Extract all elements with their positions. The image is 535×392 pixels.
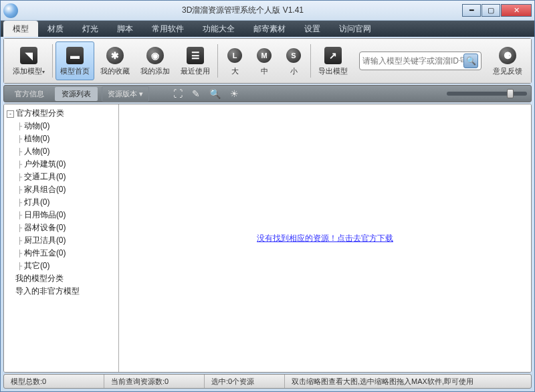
tab-functions[interactable]: 功能大全 <box>193 21 244 37</box>
content-area: 没有找到相应的资源！点击去官方下载 <box>119 104 531 372</box>
tab-software[interactable]: 常用软件 <box>142 21 193 37</box>
subtab-official[interactable]: 官方信息 <box>8 87 51 101</box>
recent-icon: ☰ <box>186 46 205 65</box>
globe-icon: ◉ <box>146 46 165 65</box>
tab-material[interactable]: 材质 <box>38 21 73 37</box>
export-label: 导出模型 <box>318 66 348 76</box>
size-small-label: 小 <box>290 66 298 76</box>
tab-mail[interactable]: 邮寄素材 <box>244 21 295 37</box>
tree-item[interactable]: 日用饰品(0) <box>5 209 117 221</box>
subtab-resource-list[interactable]: 资源列表 <box>55 87 98 101</box>
medium-icon: M <box>255 46 274 65</box>
tree-item[interactable]: 家具组合(0) <box>5 183 117 196</box>
model-home-button[interactable]: ▬ 模型首页 <box>56 41 94 80</box>
size-small-button[interactable]: S 小 <box>280 41 308 80</box>
maximize-button[interactable]: ▢ <box>481 4 500 17</box>
tree-item[interactable]: 其它(0) <box>5 260 117 272</box>
window-title: 3D溜溜资源管理系统个人版 V1.41 <box>23 5 462 16</box>
tab-script[interactable]: 脚本 <box>108 21 142 37</box>
recent-label: 最近使用 <box>181 66 210 76</box>
zoom-icon[interactable]: 🔍 <box>207 88 223 99</box>
titlebar: 3D溜溜资源管理系统个人版 V1.41 ━ ▢ ✕ <box>1 1 534 21</box>
subtoolbar: 官方信息 资源列表 资源版本 ▾ ⛶ ✎ 🔍 ☀ <box>3 85 532 102</box>
status-selected: 选中:0个资源 <box>205 375 285 388</box>
status-total: 模型总数:0 <box>4 375 104 388</box>
tree-item[interactable]: 户外建筑(0) <box>5 158 117 171</box>
tree-item[interactable]: 灯具(0) <box>5 196 117 209</box>
recent-button[interactable]: ☰ 最近使用 <box>176 41 215 80</box>
tree-item[interactable]: 构件五金(0) <box>5 247 117 260</box>
feedback-button[interactable]: ⚈ 意见反馈 <box>488 41 527 80</box>
size-large-button[interactable]: L 大 <box>221 41 249 80</box>
tree-root-import[interactable]: 导入的非官方模型 <box>5 285 117 298</box>
large-icon: L <box>225 46 244 65</box>
my-additions-button[interactable]: ◉ 我的添加 <box>136 41 175 80</box>
toolbar: ◥ 添加模型▾ ▬ 模型首页 ✱ 我的收藏 ◉ 我的添加 ☰ 最近使用 L 大 … <box>4 39 531 83</box>
slider-thumb[interactable] <box>507 89 514 98</box>
tree-item[interactable]: 厨卫洁具(0) <box>5 234 117 247</box>
my-fav-label: 我的收藏 <box>100 66 130 76</box>
picker-icon[interactable]: ✎ <box>189 88 203 99</box>
model-home-label: 模型首页 <box>60 66 90 76</box>
search-button[interactable]: 🔍 <box>463 54 478 68</box>
tree-item[interactable]: 动物(0) <box>5 120 117 132</box>
tab-model[interactable]: 模型 <box>3 21 38 37</box>
app-icon <box>3 3 18 18</box>
export-model-button[interactable]: ↗ 导出模型 <box>314 41 352 80</box>
size-medium-button[interactable]: M 中 <box>250 41 278 80</box>
search-box: 🔍 <box>359 52 481 70</box>
tree-root-official[interactable]: -官方模型分类 <box>5 107 117 120</box>
tree-root-mine[interactable]: 我的模型分类 <box>5 272 117 285</box>
star-icon: ✱ <box>106 46 124 65</box>
my-favorites-button[interactable]: ✱ 我的收藏 <box>96 41 134 80</box>
feedback-icon: ⚈ <box>498 46 517 65</box>
size-large-label: 大 <box>231 66 239 76</box>
statusbar: 模型总数:0 当前查询资源数:0 选中:0个资源 双击缩略图查看大图,选中缩略图… <box>3 374 532 389</box>
search-input[interactable] <box>362 56 463 66</box>
zoom-slider[interactable] <box>447 92 527 96</box>
close-button[interactable]: ✕ <box>501 4 532 17</box>
status-query: 当前查询资源数:0 <box>104 375 205 388</box>
version-dropdown[interactable]: 资源版本 ▾ <box>102 86 149 102</box>
tab-website[interactable]: 访问官网 <box>330 21 381 37</box>
status-hint: 双击缩略图查看大图,选中缩略图拖入MAX软件,即可使用 <box>285 375 531 388</box>
category-tree: -官方模型分类 动物(0) 植物(0) 人物(0) 户外建筑(0) 交通工具(0… <box>4 104 119 372</box>
tab-settings[interactable]: 设置 <box>295 21 330 37</box>
tree-item[interactable]: 器材设备(0) <box>5 221 117 234</box>
minimize-button[interactable]: ━ <box>462 4 481 17</box>
settings-gear-icon[interactable]: ☀ <box>227 88 241 99</box>
tab-light[interactable]: 灯光 <box>73 21 108 37</box>
folder-icon: ▬ <box>66 46 84 65</box>
feedback-label: 意见反馈 <box>493 66 522 76</box>
menubar: 模型 材质 灯光 脚本 常用软件 功能大全 邮寄素材 设置 访问官网 <box>1 21 534 37</box>
tree-item[interactable]: 人物(0) <box>5 145 117 158</box>
rss-icon: ◥ <box>19 46 38 65</box>
tree-item[interactable]: 植物(0) <box>5 132 117 145</box>
size-medium-label: 中 <box>261 66 268 76</box>
add-model-button[interactable]: ◥ 添加模型▾ <box>8 41 49 80</box>
add-model-label: 添加模型 <box>13 67 42 75</box>
fullscreen-icon[interactable]: ⛶ <box>171 88 185 99</box>
collapse-icon[interactable]: - <box>7 110 14 118</box>
small-icon: S <box>284 46 303 65</box>
my-add-label: 我的添加 <box>140 66 170 76</box>
tree-item[interactable]: 交通工具(0) <box>5 171 117 183</box>
export-icon: ↗ <box>324 46 342 65</box>
empty-download-link[interactable]: 没有找到相应的资源！点击去官方下载 <box>257 233 393 244</box>
